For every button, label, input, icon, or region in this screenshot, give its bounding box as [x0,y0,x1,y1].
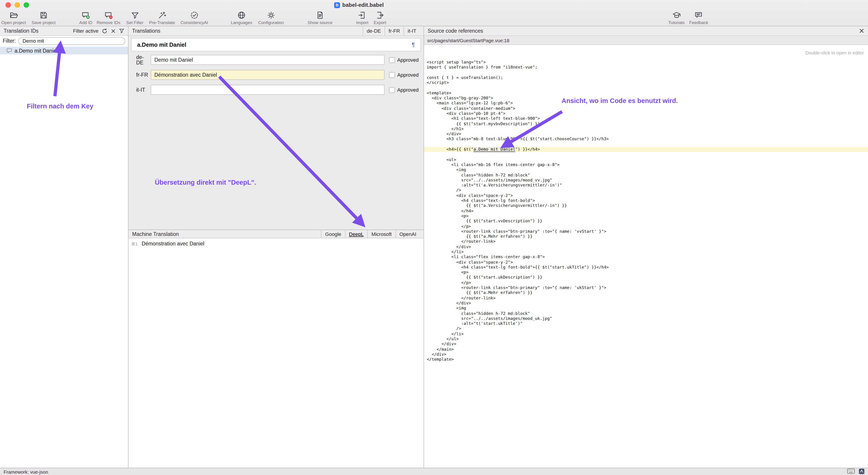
mt-provider-tab-bar: GoogleDeepLMicrosoftOpenAI [321,230,420,238]
toolbar-button-feedback[interactable]: Feedback [689,11,708,25]
approved-label: Approved [397,87,418,93]
approved-checkbox-de-de[interactable] [389,57,395,63]
close-panel-icon[interactable] [859,28,864,34]
highlighted-translation-key[interactable]: a.Demo mit Daniel [473,147,515,152]
language-tab-bar: de-DEfr-FRit-IT [363,26,420,35]
translation-input-it-it[interactable] [151,85,384,95]
language-tab-de-de[interactable]: de-DE [363,26,384,35]
source-code-panel: Source code references src/pages/start/G… [424,26,868,468]
code-line [427,142,868,147]
toolbar-label: Set Filter [126,20,144,25]
code-line: {{ $t("a.Mehr erfahren") }} [427,291,868,296]
code-line: /> [427,188,868,193]
translation-row-it-it: it-ITApproved [128,85,424,95]
source-code-header: Source code references [424,26,868,36]
refresh-filter-icon[interactable] [102,28,107,34]
mt-provider-tab-deepl[interactable]: DeepL [345,230,367,238]
toolbar: Open projectSave projectAdd IDRemove IDs… [0,10,868,26]
approved-checkbox-it-it[interactable] [389,87,395,93]
toolbar-label: ConsistencyAI [181,20,208,25]
code-line: class="hidden h-72 md:block" [427,311,868,316]
toolbar-button-set-filter[interactable]: Set Filter [126,11,144,25]
toolbar-button-consistencyai[interactable]: ConsistencyAI [181,11,208,25]
code-line: <li class="flex items-center gap-x-8"> [427,255,868,260]
code-line: <script setup lang="ts"> [427,60,868,65]
mt-provider-tab-openai[interactable]: OpenAI [395,230,420,238]
toolbar-button-import[interactable]: Import [356,11,368,25]
toolbar-label: Export [374,20,386,25]
pre-translate-icon [158,11,166,20]
language-tab-it-it[interactable]: it-IT [404,26,420,35]
translation-row-de-de: de-DEApproved [128,55,424,65]
source-file-tab[interactable]: src/pages/start/GuestStartPage.vue:18 [424,36,868,45]
toolbar-button-show-source[interactable]: Show source [308,11,333,25]
add-id-icon [82,11,90,20]
configuration-icon [267,11,275,20]
paragraph-icon[interactable]: ¶ [412,41,415,48]
code-line: {{ $t("start.myvbvDescription") }} [427,121,868,127]
mt-suggestion[interactable]: ⌘1 Démonstration avec Daniel [131,241,204,246]
toolbar-button-save-project[interactable]: Save project [32,11,56,25]
approved-checkbox-fr-fr[interactable] [389,72,395,78]
code-line: <h1 class="text-left text-blue-900"> [427,116,868,122]
toolbar-button-pre-translate[interactable]: Pre-Translate [149,11,175,25]
toolbar-button-add-id[interactable]: Add ID [79,11,92,25]
close-window-button[interactable] [5,2,11,8]
current-translation-id-bar: a.Demo mit Daniel ¶ [131,38,421,51]
toolbar-button-open-project[interactable]: Open project [1,11,26,25]
code-line: <div class="space-y-2"> [427,193,868,198]
mt-provider-tab-microsoft[interactable]: Microsoft [367,230,395,238]
translation-ids-panel: Translation IDs Filter active Filter: a.… [0,26,128,468]
filter-input[interactable] [18,37,126,45]
language-tab-fr-fr[interactable]: fr-FR [384,26,404,35]
keyboard-icon[interactable] [847,469,855,475]
filter-icon[interactable] [119,28,124,34]
code-line: </div> [427,132,868,137]
translation-id-label: a.Demo mit Daniel [14,48,57,53]
import-icon [358,11,367,20]
code-line: <img [427,167,868,173]
toolbar-label: Languages [231,20,252,25]
tutorials-icon [672,11,681,20]
translations-title: Translations [132,28,160,34]
code-line: </div> [427,352,868,357]
toolbar-button-configuration[interactable]: Configuration [258,11,284,25]
code-line: </div> [427,301,868,306]
code-line: </h1> [427,127,868,132]
toolbar-button-remove-ids[interactable]: Remove IDs [97,11,121,25]
translation-input-de-de[interactable] [151,55,384,65]
open-project-icon [9,11,18,20]
feedback-icon [694,11,703,20]
languages-icon [237,11,246,20]
code-line: <div class="pb-10 pt-4"> [427,111,868,116]
machine-translation-title: Machine Translation [132,231,179,237]
toolbar-button-tutorials[interactable]: Tutorials [668,11,685,25]
code-line [427,86,868,91]
status-bar: Framework: vue-json [0,468,868,475]
code-line: </main> [427,347,868,352]
minimize-window-button[interactable] [14,2,20,8]
code-line: /> [427,327,868,332]
input-source-icon[interactable] [859,468,864,475]
clear-filter-icon[interactable] [111,28,116,33]
zoom-window-button[interactable] [24,2,29,8]
code-line: </ul> [427,337,868,342]
filter-label: Filter: [3,38,16,43]
window-chrome: b babel-edit.babel Open projectSave proj… [0,0,868,26]
translation-input-fr-fr[interactable] [151,70,384,80]
translation-id-item[interactable]: a.Demo mit Daniel [0,47,128,55]
toolbar-button-export[interactable]: Export [374,11,386,25]
toolbar-button-languages[interactable]: Languages [231,11,252,25]
show-source-icon [316,11,324,20]
translation-ids-title: Translation IDs [4,28,39,34]
source-file-ref: src/pages/start/GuestStartPage.vue:18 [427,37,509,43]
export-icon [376,11,384,20]
code-line: <p> [427,214,868,219]
code-line: src="../../assets/images/mood_vv.jpg" [427,178,868,183]
code-line: {{ $t("a.Mehr erfahren") }} [427,234,868,239]
language-label: fr-FR [136,72,151,77]
code-line: <div class="space-y-2"> [427,260,868,265]
mt-provider-tab-google[interactable]: Google [321,230,345,238]
code-line: </div> [427,244,868,249]
filter-row: Filter: [0,36,128,45]
